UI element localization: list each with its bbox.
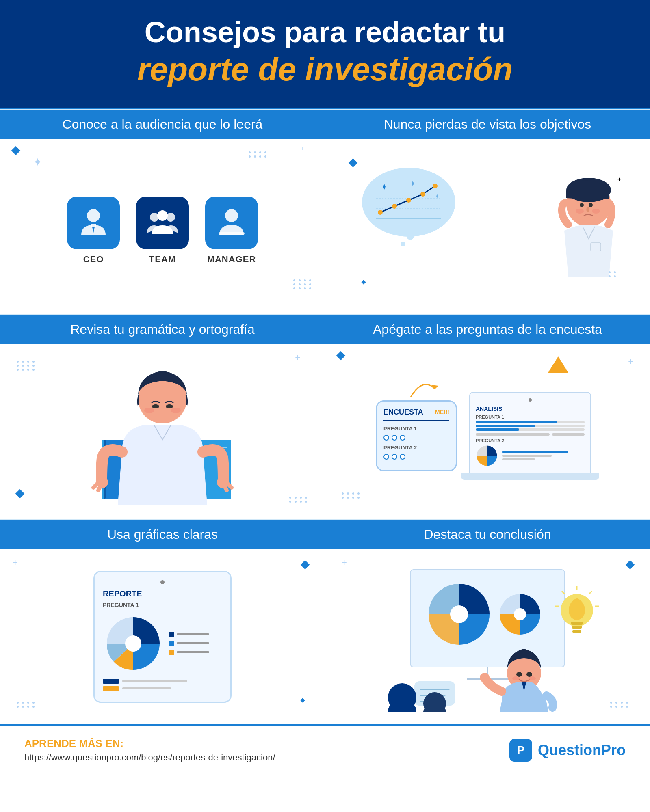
cell-conclusion-title: Destaca tu conclusión <box>424 527 551 542</box>
legend-color-1 <box>169 632 174 637</box>
svg-line-46 <box>224 485 227 490</box>
svg-point-40 <box>171 408 181 413</box>
chart-svg <box>372 178 445 227</box>
tablet-bottom-bars <box>103 679 222 691</box>
mini-bar-2 <box>502 455 552 457</box>
survey-phone: ENCUESTA ME!!! PREGUNTA 1 PREGUNTA 2 <box>376 400 457 471</box>
survey-comparison: ENCUESTA ME!!! PREGUNTA 1 PREGUNTA 2 <box>376 392 599 480</box>
svg-point-78 <box>480 673 490 682</box>
grammar-illustration: RAE <box>13 356 312 507</box>
deco-dot-concl <box>610 702 629 708</box>
triangle-arrow <box>548 356 568 378</box>
cell-grammar: Revisa tu gramática y ortografía + <box>0 314 325 519</box>
svg-rect-67 <box>572 630 581 633</box>
radio-row-2 <box>384 454 449 460</box>
legend-text-3 <box>177 651 209 653</box>
radio-5 <box>392 454 397 460</box>
cell-survey-title: Apégate a las preguntas de la encuesta <box>373 322 602 337</box>
icon-item-team: TEAM <box>136 197 189 265</box>
svg-rect-1 <box>91 224 96 227</box>
footer-url[interactable]: https://www.questionpro.com/blog/es/repo… <box>24 752 275 763</box>
radio-6 <box>400 454 405 460</box>
analysis-title: ANÁLISIS <box>476 406 585 412</box>
team-icon <box>146 207 179 239</box>
deco-dot-surv <box>342 492 361 499</box>
icon-item-ceo: CEO <box>67 197 120 265</box>
svg-point-20 <box>580 203 584 207</box>
deco-dot-grid-1 <box>293 279 312 289</box>
radio-row-1 <box>384 435 449 441</box>
deco-diamond-1 <box>13 147 19 155</box>
page-wrapper: Consejos para redactar tu reporte de inv… <box>0 0 650 812</box>
phone-q2-label: PREGUNTA 2 <box>384 445 449 451</box>
cell-objectives: Nunca pierdas de vista los objetivos + <box>325 109 650 314</box>
deco-diamond-obj-2 <box>362 278 365 285</box>
team-label: TEAM <box>149 254 176 265</box>
phone-q1-label: PREGUNTA 1 <box>384 425 449 432</box>
svg-point-11 <box>392 204 397 209</box>
text-lines-1 <box>476 433 585 436</box>
svg-marker-16 <box>412 181 414 186</box>
header-title-line2: reporte de investigación <box>32 52 618 87</box>
content-grid: Conoce a la audiencia que lo leerá ✦ + <box>0 108 650 724</box>
reader-svg: RAE <box>69 358 256 505</box>
svg-point-37 <box>152 404 159 408</box>
svg-point-0 <box>87 209 100 222</box>
conclusion-svg <box>370 561 605 712</box>
cell-audience-header: Conoce a la audiencia que lo leerá <box>0 110 325 139</box>
deco-plus-graph: + <box>13 557 18 568</box>
phone-header: ENCUESTA ME!!! <box>384 408 449 421</box>
deco-diamond-graph-2 <box>301 696 304 704</box>
svg-line-42 <box>93 484 98 488</box>
tablet-container: REPORTE PREGUNTA 1 <box>93 571 232 703</box>
legend-item-1 <box>169 632 209 637</box>
ceo-icon <box>77 207 110 239</box>
report-chart-row <box>103 613 222 674</box>
svg-point-74 <box>516 672 522 677</box>
tablet-dot <box>160 580 165 584</box>
svg-line-43 <box>98 485 101 490</box>
icon-item-manager: MANAGER <box>205 197 258 265</box>
text-line-2 <box>552 433 585 436</box>
mini-pie-svg <box>476 445 498 467</box>
cell-grammar-content: + <box>0 344 325 519</box>
cell-graphs-content: + REPORTE PREGUNTA 1 <box>0 549 325 724</box>
icon-box-ceo <box>67 197 120 249</box>
progress-fill-1 <box>476 421 557 423</box>
header: Consejos para redactar tu reporte de inv… <box>0 0 650 108</box>
footer-logo: P QuestionPro <box>509 739 626 762</box>
svg-line-70 <box>589 591 592 594</box>
cell-grammar-header: Revisa tu gramática y ortografía <box>0 315 325 344</box>
manager-label: MANAGER <box>207 254 256 265</box>
deco-diamond-graph-1 <box>302 561 308 570</box>
svg-point-14 <box>433 184 438 188</box>
bar-row-2 <box>103 686 222 691</box>
cell-grammar-title: Revisa tu gramática y ortografía <box>70 322 255 337</box>
report-section: PREGUNTA 1 <box>103 602 222 608</box>
svg-point-75 <box>526 672 532 677</box>
deco-diamond-concl <box>627 561 633 570</box>
encuesta-title: ENCUESTA <box>384 408 423 417</box>
svg-point-58 <box>514 608 526 620</box>
mini-bar-3 <box>502 458 535 460</box>
footer-left: APRENDE MÁS EN: https://www.questionpro.… <box>24 737 275 763</box>
svg-point-5 <box>225 209 238 222</box>
svg-point-4 <box>157 210 168 221</box>
bubble-tail-2 <box>401 242 405 246</box>
svg-marker-15 <box>383 184 386 190</box>
bar-row-1 <box>103 679 222 684</box>
laptop-cam <box>529 398 532 402</box>
cell-survey-content: + <box>325 344 650 519</box>
bubble-tail-1 <box>407 233 414 240</box>
svg-point-12 <box>406 198 411 203</box>
footer-learn-label: APRENDE MÁS EN: <box>24 737 275 750</box>
bar-text-1 <box>122 680 187 682</box>
icon-box-manager <box>205 197 258 249</box>
progress-bar-1 <box>476 421 585 423</box>
cell-objectives-header: Nunca pierdas de vista los objetivos <box>325 110 650 139</box>
mini-bar-1 <box>502 451 568 453</box>
svg-marker-47 <box>548 356 568 373</box>
deco-plus-concl-1: + <box>342 557 347 568</box>
svg-point-21 <box>589 203 593 207</box>
svg-point-10 <box>378 210 383 215</box>
